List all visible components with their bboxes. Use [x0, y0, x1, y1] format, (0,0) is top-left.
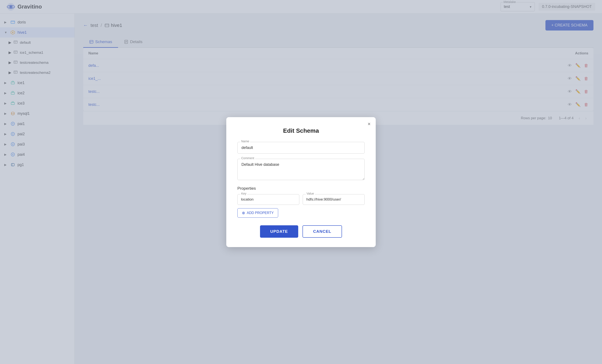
- key-label: Key: [240, 192, 247, 195]
- modal-close-button[interactable]: ×: [368, 121, 371, 126]
- cancel-button[interactable]: CANCEL: [302, 225, 342, 238]
- properties-label: Properties: [237, 186, 365, 191]
- modal-title: Edit Schema: [237, 127, 365, 134]
- comment-field: Comment: [237, 159, 365, 181]
- key-field: Key: [237, 194, 299, 205]
- properties-section: Properties Key Value ⊕ ADD PROPERTY: [237, 186, 365, 218]
- name-input[interactable]: [237, 142, 365, 154]
- comment-textarea[interactable]: [237, 159, 365, 180]
- update-button[interactable]: UPDATE: [260, 225, 298, 238]
- name-label: Name: [240, 140, 250, 143]
- comment-label: Comment: [240, 156, 255, 160]
- modal-actions: UPDATE CANCEL: [237, 225, 365, 238]
- value-label: Value: [306, 192, 315, 195]
- add-property-label: ADD PROPERTY: [247, 211, 274, 215]
- value-field: Value: [303, 194, 365, 205]
- property-row: Key Value: [237, 194, 365, 205]
- key-input[interactable]: [237, 194, 299, 205]
- add-property-icon: ⊕: [242, 211, 245, 215]
- modal-overlay: × Edit Schema Name Comment Properties Ke…: [0, 0, 602, 364]
- value-input[interactable]: [303, 194, 365, 205]
- edit-schema-modal: × Edit Schema Name Comment Properties Ke…: [226, 117, 376, 247]
- add-property-button[interactable]: ⊕ ADD PROPERTY: [237, 208, 278, 218]
- name-field: Name: [237, 142, 365, 154]
